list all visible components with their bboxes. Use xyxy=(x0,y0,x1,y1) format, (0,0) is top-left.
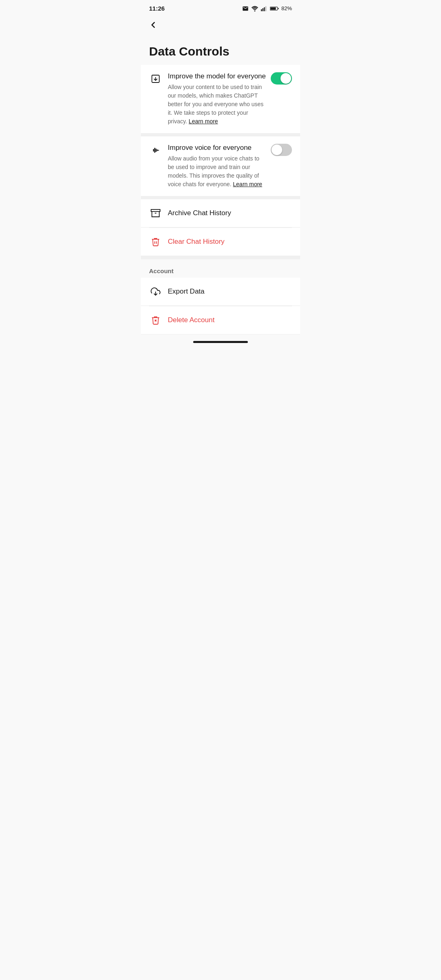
improve-model-toggle[interactable] xyxy=(271,72,292,85)
svg-rect-4 xyxy=(265,6,266,11)
clear-chat-icon xyxy=(149,235,162,248)
battery-percentage: 82% xyxy=(281,5,292,11)
export-data-item[interactable]: Export Data xyxy=(141,278,300,306)
improve-voice-toggle[interactable] xyxy=(271,144,292,156)
clear-chat-history-item[interactable]: Clear Chat History xyxy=(141,228,300,256)
improve-model-label: Improve the model for everyone xyxy=(168,72,266,80)
delete-account-item[interactable]: Delete Account xyxy=(141,306,300,334)
archive-chat-label: Archive Chat History xyxy=(168,209,231,217)
wifi-icon xyxy=(251,6,258,11)
back-arrow-icon xyxy=(148,20,158,30)
improve-model-content: Improve the model for everyone Allow you… xyxy=(168,72,266,126)
page-title: Data Controls xyxy=(141,35,300,65)
gmail-icon xyxy=(242,5,249,12)
export-data-icon xyxy=(149,285,162,298)
delete-account-icon xyxy=(149,314,162,327)
export-data-label: Export Data xyxy=(168,287,205,296)
section-divider-3 xyxy=(141,256,300,259)
svg-rect-6 xyxy=(270,7,276,10)
back-button[interactable] xyxy=(141,15,300,35)
svg-rect-7 xyxy=(278,8,279,9)
svg-rect-16 xyxy=(151,209,160,212)
improve-voice-icon xyxy=(149,144,162,157)
improve-voice-item: Improve voice for everyone Allow audio f… xyxy=(141,136,300,196)
account-section-header: Account xyxy=(141,259,300,278)
archive-chat-history-item[interactable]: Archive Chat History xyxy=(141,199,300,227)
section-divider-2 xyxy=(141,196,300,199)
svg-rect-3 xyxy=(264,7,265,11)
svg-rect-2 xyxy=(263,8,263,11)
home-indicator xyxy=(193,341,248,343)
improve-model-icon xyxy=(149,72,162,85)
improve-model-description: Allow your content to be used to train o… xyxy=(168,83,266,126)
improve-voice-content: Improve voice for everyone Allow audio f… xyxy=(168,144,266,189)
improve-model-item: Improve the model for everyone Allow you… xyxy=(141,65,300,133)
clear-chat-label: Clear Chat History xyxy=(168,238,225,246)
battery-icon xyxy=(270,6,279,11)
svg-rect-1 xyxy=(261,9,262,11)
delete-account-label: Delete Account xyxy=(168,316,214,324)
improve-voice-learn-more[interactable]: Learn more xyxy=(233,181,263,187)
svg-point-0 xyxy=(254,10,255,11)
status-icons: 82% xyxy=(242,5,292,12)
signal-icon xyxy=(261,6,267,11)
archive-icon xyxy=(149,207,162,220)
improve-model-learn-more[interactable]: Learn more xyxy=(189,118,218,125)
status-bar: 11:26 82% xyxy=(141,0,300,15)
status-time: 11:26 xyxy=(149,5,165,12)
improve-voice-label: Improve voice for everyone xyxy=(168,144,266,152)
section-divider-1 xyxy=(141,133,300,136)
improve-voice-description: Allow audio from your voice chats to be … xyxy=(168,154,266,189)
